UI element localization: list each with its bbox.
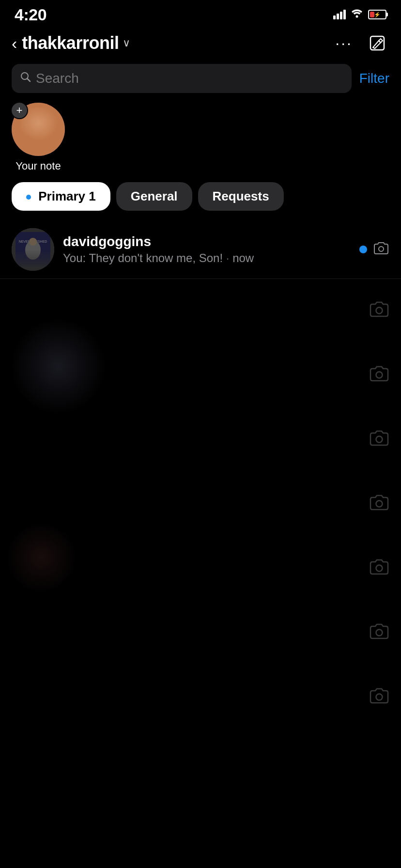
camera-icon[interactable]: [369, 365, 389, 387]
message-list: NEVER FINISHED davidgoggins You: They do…: [0, 220, 401, 279]
camera-icon[interactable]: [369, 300, 389, 322]
svg-point-14: [376, 630, 383, 636]
tab-general[interactable]: General: [116, 182, 192, 211]
stories-section: + Your note: [0, 103, 401, 182]
your-note-story[interactable]: + Your note: [12, 103, 65, 172]
svg-point-11: [376, 436, 383, 443]
status-icons: ⚡: [333, 8, 386, 21]
camera-icon[interactable]: [369, 494, 389, 515]
camera-icon[interactable]: [369, 687, 389, 709]
back-button[interactable]: ‹: [12, 34, 17, 53]
svg-point-8: [379, 247, 384, 251]
wifi-icon: [351, 8, 363, 21]
inbox-tabs: Primary 1 General Requests: [0, 182, 401, 220]
message-sender-name: davidgoggins: [63, 234, 351, 249]
svg-point-7: [29, 238, 37, 246]
svg-point-0: [356, 16, 358, 18]
story-avatar-container: +: [12, 103, 65, 156]
search-input[interactable]: [36, 71, 343, 86]
svg-rect-4: [15, 232, 50, 267]
camera-icon-row-7: [0, 666, 401, 730]
camera-icon[interactable]: [369, 429, 389, 451]
more-options-button[interactable]: ···: [335, 34, 353, 52]
tab-primary[interactable]: Primary 1: [12, 182, 110, 211]
message-content: davidgoggins You: They don't know me, So…: [63, 234, 351, 265]
camera-icon-row-6: [0, 601, 401, 666]
camera-icon-row-1: [0, 279, 401, 343]
story-label: Your note: [15, 160, 61, 172]
camera-icon-row-3: [0, 408, 401, 472]
tab-requests[interactable]: Requests: [198, 182, 284, 211]
message-preview: You: They don't know me, Son! · now: [63, 251, 351, 265]
message-meta: [359, 240, 389, 259]
blurred-content-area: [0, 279, 401, 730]
svg-point-15: [376, 694, 383, 700]
svg-point-9: [376, 308, 383, 314]
battery-icon: ⚡: [368, 10, 386, 19]
camera-icon-row-2: [0, 343, 401, 408]
search-bar[interactable]: [12, 64, 352, 93]
tab-dot-icon: [26, 195, 31, 200]
table-row[interactable]: NEVER FINISHED davidgoggins You: They do…: [0, 220, 401, 279]
search-icon: [20, 72, 31, 85]
unread-indicator: [359, 246, 367, 253]
camera-icon-row-4: [0, 472, 401, 537]
svg-point-12: [376, 501, 383, 507]
svg-point-13: [376, 565, 383, 572]
username-label: thakkarronil: [22, 33, 119, 53]
chevron-down-icon: ∨: [123, 37, 130, 49]
camera-icon[interactable]: [369, 622, 389, 644]
status-time: 4:20: [15, 5, 46, 24]
username-dropdown[interactable]: thakkarronil ∨: [22, 33, 130, 53]
camera-icon[interactable]: [369, 558, 389, 580]
signal-icon: [333, 10, 346, 19]
header: ‹ thakkarronil ∨ ···: [0, 26, 401, 64]
avatar: NEVER FINISHED: [12, 228, 54, 271]
add-story-button[interactable]: +: [11, 102, 28, 119]
camera-icon-row-5: [0, 537, 401, 601]
filter-button[interactable]: Filter: [359, 71, 389, 86]
compose-icon: [368, 34, 386, 52]
svg-point-10: [376, 372, 383, 378]
search-container: Filter: [0, 64, 401, 103]
status-bar: 4:20 ⚡: [0, 0, 401, 26]
camera-icon[interactable]: [373, 240, 389, 259]
compose-button[interactable]: [365, 31, 389, 55]
